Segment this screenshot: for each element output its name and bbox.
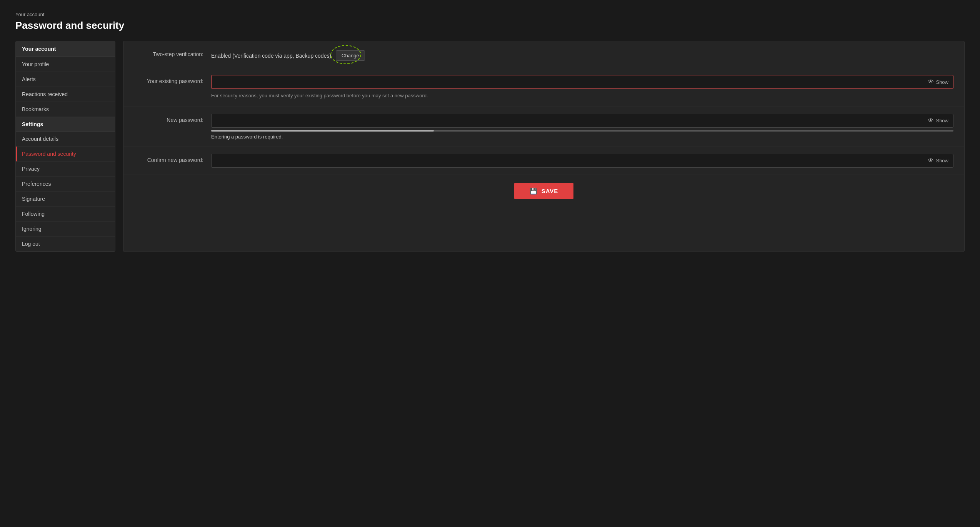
page-subtitle: Your account: [15, 12, 965, 17]
sidebar-item-account-details[interactable]: Account details: [16, 132, 115, 147]
new-password-input[interactable]: [212, 115, 923, 127]
password-strength-fill: [211, 130, 434, 132]
two-step-row: Two-step verification: Enabled (Verifica…: [123, 41, 964, 68]
existing-password-field: 👁 Show For security reasons, you must ve…: [211, 75, 953, 100]
new-password-label: New password:: [134, 114, 211, 123]
main-content: Two-step verification: Enabled (Verifica…: [123, 41, 965, 252]
new-password-show-toggle[interactable]: 👁 Show: [923, 114, 953, 127]
confirm-password-show-label: Show: [936, 158, 948, 163]
sidebar-item-signature[interactable]: Signature: [16, 192, 115, 207]
sidebar-item-log-out[interactable]: Log out: [16, 237, 115, 252]
confirm-password-show-toggle[interactable]: 👁 Show: [923, 154, 953, 167]
two-step-field: Enabled (Verification code via app, Back…: [211, 48, 953, 61]
sidebar-item-preferences[interactable]: Preferences: [16, 177, 115, 192]
save-icon: 💾: [530, 187, 538, 195]
new-password-field: 👁 Show Entering a password is required.: [211, 114, 953, 140]
confirm-password-input[interactable]: [212, 155, 923, 167]
new-password-error-text: Entering a password is required.: [211, 134, 953, 140]
new-password-show-label: Show: [936, 118, 948, 123]
sidebar: Your account Your profile Alerts Reactio…: [15, 41, 115, 252]
new-password-row: New password: 👁 Show Entering a password…: [123, 107, 964, 147]
two-step-value-text: Enabled (Verification code via app, Back…: [211, 53, 331, 59]
sidebar-group-your-account: Your account: [16, 41, 115, 57]
new-password-eye-icon: 👁: [928, 117, 934, 124]
existing-password-row: Your existing password: 👁 Show For secur…: [123, 68, 964, 107]
confirm-password-eye-icon: 👁: [928, 157, 934, 164]
existing-password-help-text: For security reasons, you must verify yo…: [211, 92, 953, 100]
confirm-password-row: Confirm new password: 👁 Show: [123, 147, 964, 175]
sidebar-item-reactions-received[interactable]: Reactions received: [16, 87, 115, 102]
change-two-step-button[interactable]: Change: [336, 50, 365, 61]
sidebar-item-following[interactable]: Following: [16, 207, 115, 222]
save-button[interactable]: 💾 SAVE: [514, 183, 574, 199]
existing-password-show-label: Show: [936, 79, 948, 85]
sidebar-item-alerts[interactable]: Alerts: [16, 72, 115, 87]
page-title: Password and security: [15, 20, 965, 32]
sidebar-item-password-and-security[interactable]: Password and security: [16, 147, 115, 162]
password-strength-bar: [211, 130, 953, 132]
confirm-password-field: 👁 Show: [211, 154, 953, 168]
sidebar-group-settings: Settings: [16, 117, 115, 132]
change-btn-wrapper: Change: [336, 50, 365, 61]
confirm-password-label: Confirm new password:: [134, 154, 211, 163]
two-step-label: Two-step verification:: [134, 48, 211, 57]
existing-password-label: Your existing password:: [134, 75, 211, 84]
existing-password-input[interactable]: [212, 76, 923, 88]
existing-password-eye-icon: 👁: [928, 78, 934, 85]
sidebar-item-your-profile[interactable]: Your profile: [16, 57, 115, 72]
sidebar-item-ignoring[interactable]: Ignoring: [16, 222, 115, 237]
existing-password-input-wrapper: 👁 Show: [211, 75, 953, 89]
save-label: SAVE: [542, 188, 558, 194]
confirm-password-input-wrapper: 👁 Show: [211, 154, 953, 168]
sidebar-item-privacy[interactable]: Privacy: [16, 162, 115, 177]
sidebar-item-bookmarks[interactable]: Bookmarks: [16, 102, 115, 117]
new-password-input-wrapper: 👁 Show: [211, 114, 953, 128]
save-section: 💾 SAVE: [123, 175, 964, 207]
existing-password-show-toggle[interactable]: 👁 Show: [923, 75, 953, 88]
